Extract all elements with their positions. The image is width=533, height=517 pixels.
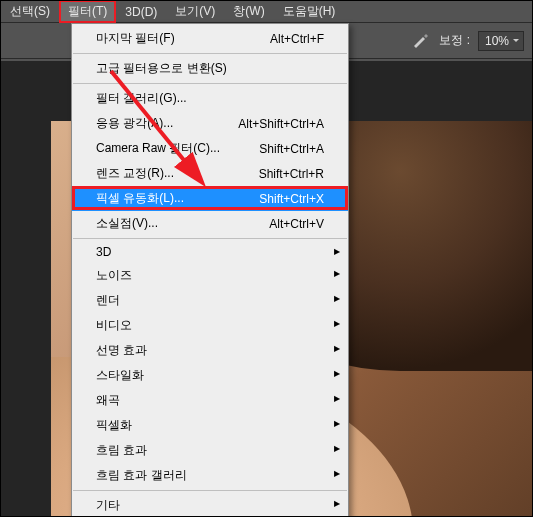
menu-item-label: 마지막 필터(F): [96, 30, 250, 47]
brush-icon[interactable]: [411, 31, 431, 51]
menu-item-label: 고급 필터용으로 변환(S): [96, 60, 324, 77]
menu-item-liquify[interactable]: 픽셀 유동화(L)... Shift+Ctrl+X: [72, 186, 348, 211]
menu-item-other[interactable]: 기타: [72, 493, 348, 517]
menu-item-label: 왜곡: [96, 392, 324, 409]
correction-value[interactable]: 10%: [478, 31, 524, 51]
menu-item-label: 픽셀화: [96, 417, 324, 434]
menu-3d[interactable]: 3D(D): [116, 2, 166, 22]
menu-item-pixelate[interactable]: 픽셀화: [72, 413, 348, 438]
menu-item-label: 렌더: [96, 292, 324, 309]
separator: [73, 490, 347, 491]
menu-help[interactable]: 도움말(H): [274, 0, 345, 23]
separator: [73, 83, 347, 84]
menu-item-label: 노이즈: [96, 267, 324, 284]
menu-item-noise[interactable]: 노이즈: [72, 263, 348, 288]
menu-item-label: 흐림 효과 갤러리: [96, 467, 324, 484]
menu-item-lens-correction[interactable]: 렌즈 교정(R)... Shift+Ctrl+R: [72, 161, 348, 186]
menu-item-adaptive-wide-angle[interactable]: 응용 광각(A)... Alt+Shift+Ctrl+A: [72, 111, 348, 136]
menu-item-shortcut: Alt+Ctrl+F: [250, 32, 324, 46]
menu-select[interactable]: 선택(S): [1, 0, 59, 23]
menu-item-shortcut: Alt+Shift+Ctrl+A: [218, 117, 324, 131]
menu-item-3d[interactable]: 3D: [72, 241, 348, 263]
menu-item-shortcut: Shift+Ctrl+R: [239, 167, 324, 181]
menu-bar: 선택(S) 필터(T) 3D(D) 보기(V) 창(W) 도움말(H): [1, 1, 532, 23]
menu-item-stylize[interactable]: 스타일화: [72, 363, 348, 388]
menu-item-label: 필터 갤러리(G)...: [96, 90, 324, 107]
correction-label: 보정 :: [439, 32, 470, 49]
menu-item-shortcut: Shift+Ctrl+A: [239, 142, 324, 156]
menu-item-convert-smart[interactable]: 고급 필터용으로 변환(S): [72, 56, 348, 81]
menu-view[interactable]: 보기(V): [166, 0, 224, 23]
menu-item-distort[interactable]: 왜곡: [72, 388, 348, 413]
menu-item-label: 기타: [96, 497, 324, 514]
menu-item-label: Camera Raw 필터(C)...: [96, 140, 239, 157]
menu-filter[interactable]: 필터(T): [59, 0, 116, 23]
menu-item-blur-gallery[interactable]: 흐림 효과 갤러리: [72, 463, 348, 488]
menu-window[interactable]: 창(W): [224, 0, 273, 23]
menu-item-shortcut: Alt+Ctrl+V: [249, 217, 324, 231]
menu-item-video[interactable]: 비디오: [72, 313, 348, 338]
menu-item-label: 스타일화: [96, 367, 324, 384]
menu-item-label: 흐림 효과: [96, 442, 324, 459]
menu-item-shortcut: Shift+Ctrl+X: [239, 192, 324, 206]
menu-item-filter-gallery[interactable]: 필터 갤러리(G)...: [72, 86, 348, 111]
menu-item-label: 3D: [96, 245, 324, 259]
menu-item-label: 선명 효과: [96, 342, 324, 359]
menu-item-label: 소실점(V)...: [96, 215, 249, 232]
menu-item-camera-raw[interactable]: Camera Raw 필터(C)... Shift+Ctrl+A: [72, 136, 348, 161]
menu-item-label: 렌즈 교정(R)...: [96, 165, 239, 182]
menu-item-vanishing-point[interactable]: 소실점(V)... Alt+Ctrl+V: [72, 211, 348, 236]
menu-item-label: 응용 광각(A)...: [96, 115, 218, 132]
separator: [73, 53, 347, 54]
separator: [73, 238, 347, 239]
menu-item-sharpen[interactable]: 선명 효과: [72, 338, 348, 363]
menu-item-last-filter[interactable]: 마지막 필터(F) Alt+Ctrl+F: [72, 26, 348, 51]
menu-item-label: 픽셀 유동화(L)...: [96, 190, 239, 207]
menu-item-render[interactable]: 렌더: [72, 288, 348, 313]
menu-item-label: 비디오: [96, 317, 324, 334]
filter-dropdown: 마지막 필터(F) Alt+Ctrl+F 고급 필터용으로 변환(S) 필터 갤…: [71, 23, 349, 517]
menu-item-blur[interactable]: 흐림 효과: [72, 438, 348, 463]
